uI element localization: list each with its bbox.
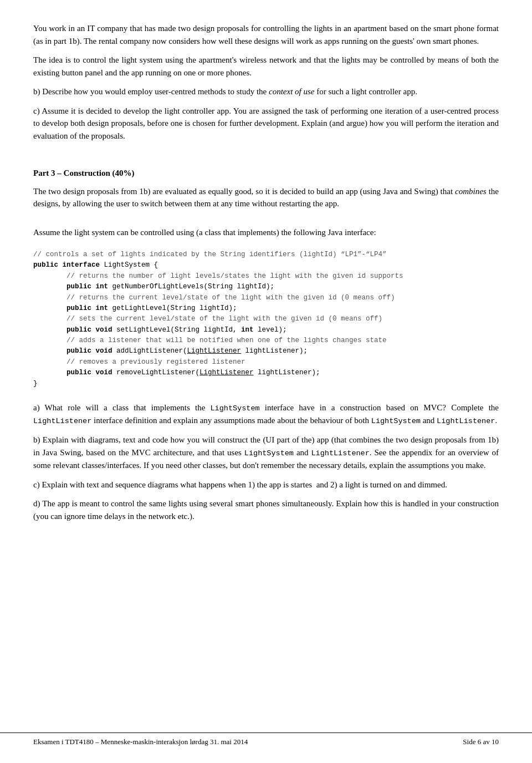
qa-d: d) The app is meant to control the same … (33, 497, 499, 522)
paragraph-c: c) Assume it is decided to develop the l… (33, 105, 499, 143)
footer: Eksamen i TDT4180 – Menneske-maskin-inte… (0, 733, 532, 746)
code-block: // controls a set of lights indicated by… (33, 245, 499, 394)
page-content: You work in an IT company that has made … (33, 22, 499, 522)
part3-paragraph-2: Assume the light system can be controlle… (33, 226, 499, 239)
footer-left: Eksamen i TDT4180 – Menneske-maskin-inte… (33, 737, 248, 746)
paragraph-2: The idea is to control the light system … (33, 54, 499, 79)
qa-b: b) Explain with diagrams, text and code … (33, 434, 499, 471)
part3-heading: Part 3 – Construction (40%) (33, 167, 499, 180)
footer-center (248, 737, 463, 746)
footer-right: Side 6 av 10 (463, 737, 499, 746)
qa-a: a) What role will a class that implement… (33, 401, 499, 428)
paragraph-b: b) Describe how you would employ user-ce… (33, 85, 499, 98)
part3-paragraph-1: The two design proposals from 1b) are ev… (33, 185, 499, 210)
qa-c: c) Explain with text and sequence diagra… (33, 479, 499, 491)
paragraph-1: You work in an IT company that has made … (33, 22, 499, 47)
